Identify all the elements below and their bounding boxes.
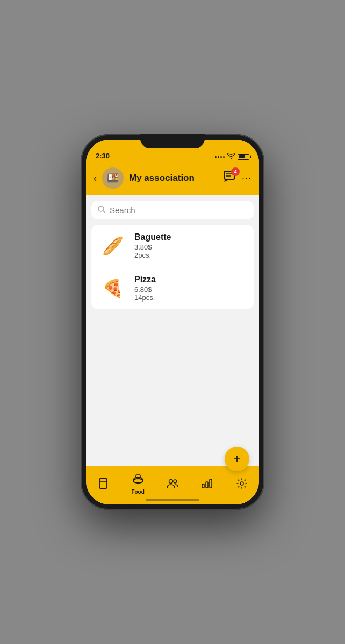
nav-people[interactable] bbox=[155, 474, 190, 491]
status-icons bbox=[215, 153, 249, 160]
nav-drinks[interactable] bbox=[86, 473, 120, 492]
people-icon bbox=[167, 479, 178, 491]
wifi-icon bbox=[227, 153, 235, 160]
header-actions: 4 ··· bbox=[224, 171, 251, 186]
pizza-name: Pizza bbox=[134, 275, 246, 284]
status-time: 2:30 bbox=[96, 152, 110, 160]
phone-screen: 2:30 ‹ � bbox=[86, 140, 259, 504]
chat-button[interactable]: 4 bbox=[224, 171, 236, 186]
back-button[interactable]: ‹ bbox=[94, 173, 97, 184]
stats-icon bbox=[202, 479, 212, 491]
baguette-price: 3.80$ bbox=[134, 243, 246, 251]
avatar: 🍱 bbox=[102, 167, 124, 189]
svg-rect-12 bbox=[206, 482, 208, 488]
add-button[interactable]: + bbox=[225, 447, 249, 471]
home-indicator bbox=[146, 499, 199, 501]
pizza-price: 6.80$ bbox=[134, 286, 246, 294]
svg-point-14 bbox=[240, 482, 243, 485]
baguette-image: 🥖 bbox=[99, 235, 127, 257]
app-header: ‹ 🍱 My association 4 ··· bbox=[86, 163, 259, 195]
phone-frame: 2:30 ‹ � bbox=[81, 134, 264, 510]
signal-dots bbox=[215, 156, 225, 158]
more-button[interactable]: ··· bbox=[242, 173, 251, 184]
svg-point-10 bbox=[174, 480, 177, 483]
pizza-info: Pizza 6.80$ 14pcs. bbox=[134, 275, 246, 302]
svg-point-9 bbox=[169, 479, 173, 483]
list-item[interactable]: 🥖 Baguette 3.80$ 2pcs. bbox=[91, 225, 254, 267]
notification-badge: 4 bbox=[231, 167, 240, 176]
pizza-quantity: 14pcs. bbox=[134, 294, 246, 302]
main-content: 🥖 Baguette 3.80$ 2pcs. 🍕 Pizza 6.80$ 14p… bbox=[86, 195, 259, 466]
baguette-info: Baguette 3.80$ 2pcs. bbox=[134, 232, 246, 259]
page-title: My association bbox=[129, 173, 218, 184]
baguette-quantity: 2pcs. bbox=[134, 251, 246, 259]
food-icon bbox=[132, 474, 144, 488]
svg-line-4 bbox=[103, 211, 105, 213]
food-list: 🥖 Baguette 3.80$ 2pcs. 🍕 Pizza 6.80$ 14p… bbox=[91, 225, 254, 309]
svg-rect-13 bbox=[210, 479, 212, 488]
pizza-image: 🍕 bbox=[99, 277, 127, 299]
battery-icon bbox=[238, 154, 249, 160]
settings-icon bbox=[236, 478, 247, 492]
notch bbox=[140, 134, 205, 148]
nav-stats[interactable] bbox=[190, 474, 224, 491]
nav-settings[interactable] bbox=[225, 474, 259, 492]
baguette-name: Baguette bbox=[134, 232, 246, 242]
nav-food[interactable]: Food bbox=[120, 470, 155, 495]
list-item[interactable]: 🍕 Pizza 6.80$ 14pcs. bbox=[91, 267, 254, 309]
drinks-icon bbox=[98, 478, 109, 492]
svg-rect-11 bbox=[202, 484, 204, 488]
svg-rect-5 bbox=[99, 479, 107, 488]
nav-food-label: Food bbox=[131, 489, 144, 495]
search-input[interactable] bbox=[110, 206, 247, 215]
svg-rect-8 bbox=[136, 475, 140, 477]
svg-point-7 bbox=[133, 479, 143, 483]
search-bar[interactable] bbox=[91, 201, 254, 219]
search-icon bbox=[98, 206, 105, 215]
